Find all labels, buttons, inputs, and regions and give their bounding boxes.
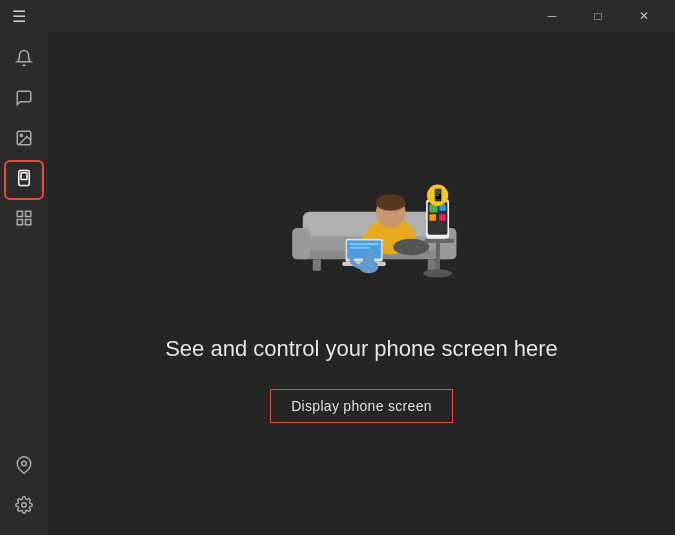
illustration: 📱 <box>247 144 477 304</box>
main-heading: See and control your phone screen here <box>165 334 558 365</box>
main-content: 📱 See and control your phone screen here… <box>48 32 675 535</box>
sidebar-top <box>6 42 42 449</box>
svg-rect-25 <box>349 243 378 245</box>
svg-rect-16 <box>312 259 320 271</box>
gear-icon <box>15 496 33 519</box>
svg-rect-36 <box>439 214 446 221</box>
app-body: 📱 See and control your phone screen here… <box>0 32 675 535</box>
svg-point-21 <box>393 239 429 255</box>
svg-rect-35 <box>429 214 436 221</box>
photos-icon <box>15 129 33 152</box>
svg-rect-14 <box>292 228 310 259</box>
phone-screen-icon <box>15 169 33 192</box>
message-icon <box>15 89 33 112</box>
bell-icon <box>15 49 33 72</box>
svg-rect-8 <box>26 219 31 224</box>
svg-rect-4 <box>21 172 27 179</box>
sidebar-item-pin[interactable] <box>6 449 42 485</box>
svg-rect-7 <box>17 219 22 224</box>
display-phone-screen-button[interactable]: Display phone screen <box>270 389 453 423</box>
close-button[interactable]: ✕ <box>621 0 667 32</box>
svg-rect-30 <box>424 239 454 243</box>
svg-rect-6 <box>26 211 31 216</box>
minimize-button[interactable]: ─ <box>529 0 575 32</box>
svg-text:📱: 📱 <box>430 188 445 202</box>
maximize-button[interactable]: □ <box>575 0 621 32</box>
sidebar-item-photos[interactable] <box>6 122 42 158</box>
svg-rect-5 <box>17 211 22 216</box>
sidebar-item-settings[interactable] <box>6 489 42 525</box>
sidebar-item-phone-screen[interactable] <box>6 162 42 198</box>
apps-icon <box>15 209 33 232</box>
title-bar-left: ☰ <box>8 3 30 30</box>
svg-rect-17 <box>427 259 435 271</box>
sidebar-item-messages[interactable] <box>6 82 42 118</box>
sidebar-item-notifications[interactable] <box>6 42 42 78</box>
svg-point-9 <box>22 461 27 466</box>
title-bar: ☰ ─ □ ✕ <box>0 0 675 32</box>
sidebar-bottom <box>6 449 42 525</box>
svg-point-10 <box>22 502 27 507</box>
title-bar-controls: ─ □ ✕ <box>529 0 667 32</box>
sidebar <box>0 32 48 535</box>
pin-icon <box>15 456 33 479</box>
svg-point-29 <box>422 269 452 277</box>
svg-point-20 <box>375 195 405 211</box>
svg-point-41 <box>362 254 374 266</box>
svg-rect-28 <box>435 241 439 274</box>
hamburger-icon[interactable]: ☰ <box>8 3 30 30</box>
svg-point-1 <box>20 134 22 136</box>
svg-rect-26 <box>349 247 370 249</box>
sidebar-item-apps[interactable] <box>6 202 42 238</box>
